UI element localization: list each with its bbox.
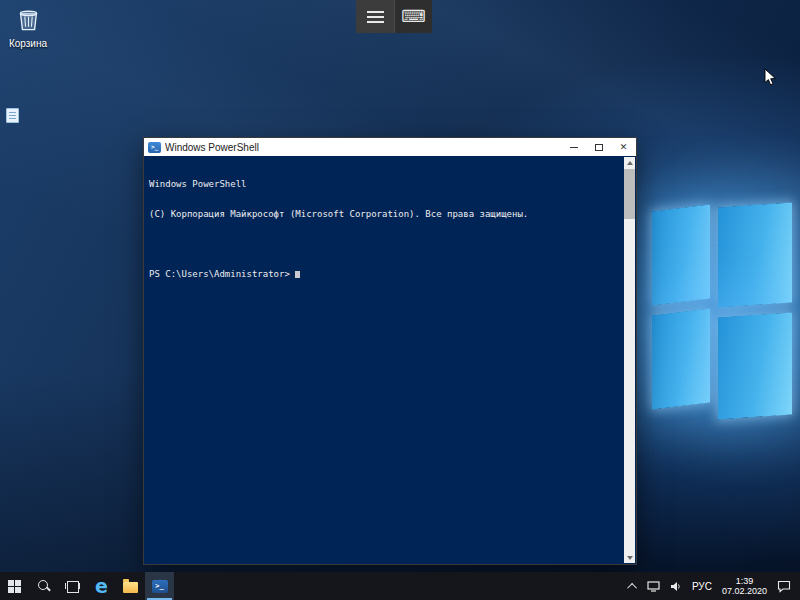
scroll-up-button[interactable] [624,157,635,168]
vm-toolbar: ⌨ [356,0,432,33]
time-label: 1:39 [736,576,754,586]
edge-button[interactable]: e [87,572,116,600]
search-icon [37,579,51,593]
close-button[interactable]: ✕ [611,138,636,156]
close-icon: ✕ [620,143,628,152]
window-title: Windows PowerShell [165,142,561,153]
windows-logo-icon [8,580,21,593]
system-tray: РУС 1:39 07.02.2020 [625,572,800,600]
terminal-prompt: PS C:\Users\Administrator> [149,269,290,279]
powershell-icon: >_ [152,580,168,593]
task-view-button[interactable] [58,572,87,600]
hidden-icons-button[interactable] [625,572,642,600]
taskbar: e >_ РУС [0,572,800,600]
terminal-scrollbar[interactable] [624,157,635,563]
recycle-bin-icon[interactable]: Корзина [2,6,54,49]
windows-logo-pane [718,202,792,307]
task-view-icon [65,581,80,592]
windows-logo-pane [652,308,710,409]
terminal-output[interactable]: Windows PowerShell (C) Корпорация Майкро… [145,157,624,563]
file-explorer-button[interactable] [116,572,145,600]
clock[interactable]: 1:39 07.02.2020 [717,572,772,600]
network-icon [647,581,660,592]
scrollbar-thumb[interactable] [624,169,635,219]
scroll-down-icon [627,556,633,560]
minimize-button[interactable] [561,138,586,156]
terminal-line: Windows PowerShell [149,179,622,189]
windows-logo-pane [652,204,710,305]
terminal-prompt-line: PS C:\Users\Administrator> [149,269,622,279]
volume-icon [670,581,682,592]
powershell-icon: >_ [148,142,161,153]
window-titlebar[interactable]: >_ Windows PowerShell ✕ [144,138,636,156]
minimize-icon [570,147,578,148]
terminal-blank-line [149,239,622,249]
powershell-taskbar-button[interactable]: >_ [145,572,174,600]
network-tray-button[interactable] [642,572,665,600]
terminal-cursor [295,271,300,278]
trash-icon [15,6,42,33]
keyboard-icon: ⌨ [401,8,426,25]
menu-button[interactable] [356,0,394,33]
date-label: 07.02.2020 [722,586,767,596]
maximize-button[interactable] [586,138,611,156]
search-button[interactable] [29,572,58,600]
powershell-window: >_ Windows PowerShell ✕ Windows PowerShe… [143,137,637,565]
screen: Корзина ⌨ >_ Windows PowerShell [0,0,800,600]
action-center-button[interactable] [772,572,796,600]
action-center-icon [777,580,791,593]
scroll-down-button[interactable] [624,552,635,563]
chevron-up-icon [627,582,637,592]
window-controls: ✕ [561,138,636,156]
desktop-file-icon[interactable] [6,108,19,123]
folder-icon [123,582,138,593]
clock-text: 1:39 07.02.2020 [722,576,767,596]
keyboard-button[interactable]: ⌨ [394,0,432,33]
maximize-icon [595,144,603,151]
hamburger-icon [367,8,384,26]
recycle-bin-label: Корзина [2,38,54,49]
language-indicator[interactable]: РУС [687,572,717,600]
terminal-line: (C) Корпорация Майкрософт (Microsoft Cor… [149,209,622,219]
windows-logo-pane [718,312,792,419]
edge-icon: e [95,577,108,596]
scroll-up-icon [627,161,633,165]
start-button[interactable] [0,572,29,600]
language-label: РУС [692,581,712,592]
volume-tray-button[interactable] [665,572,687,600]
